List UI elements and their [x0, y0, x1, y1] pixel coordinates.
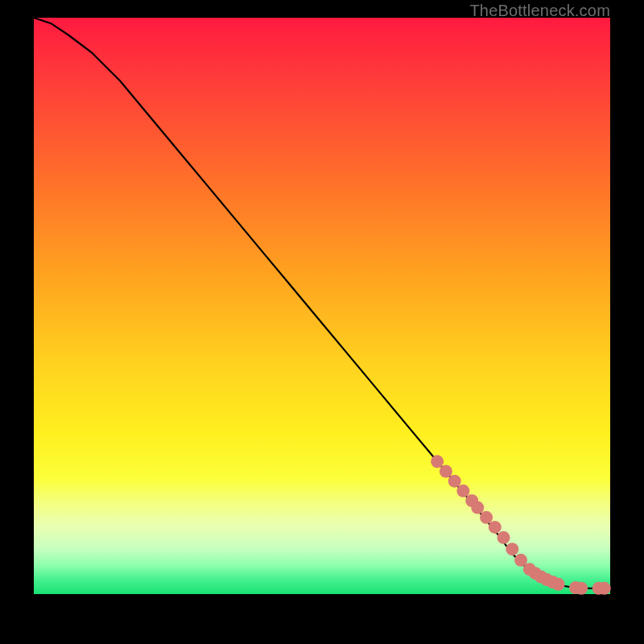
data-point — [552, 578, 565, 591]
marker-group — [431, 455, 611, 595]
data-point — [471, 502, 484, 514]
data-point — [506, 543, 518, 555]
data-point — [431, 455, 444, 468]
data-point — [497, 531, 510, 544]
data-point — [480, 511, 493, 524]
chart-frame: TheBottleneck.com — [0, 0, 644, 644]
data-point — [575, 582, 588, 595]
data-point — [448, 475, 461, 488]
data-point — [456, 485, 469, 497]
bottleneck-curve-line — [34, 18, 610, 588]
data-point — [440, 465, 452, 478]
data-point — [489, 521, 502, 534]
chart-svg — [34, 18, 610, 594]
plot-area — [34, 18, 610, 594]
data-point — [598, 582, 611, 595]
